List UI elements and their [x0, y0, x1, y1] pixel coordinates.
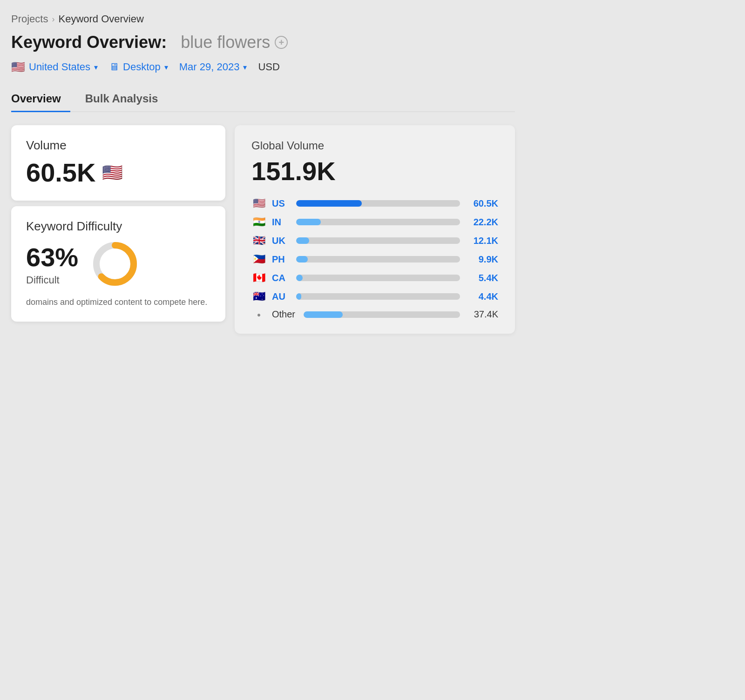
country-chevron: ▾	[94, 63, 98, 72]
global-volume-label: Global Volume	[251, 139, 498, 152]
kd-donut-chart	[89, 238, 141, 289]
breadcrumb-parent[interactable]: Projects	[11, 13, 48, 25]
uk-value: 12.1K	[466, 236, 498, 246]
kd-content: 63% Difficult	[26, 238, 210, 289]
au-bar-container	[296, 293, 460, 300]
main-content: Volume 60.5K 🇺🇸 Keyword Difficulty 63% D…	[11, 125, 515, 334]
in-bar-fill	[296, 219, 321, 225]
country-flag: 🇺🇸	[11, 61, 25, 74]
country-row-us: 🇺🇸 US 60.5K	[251, 197, 498, 209]
device-icon: 🖥	[109, 61, 119, 73]
ph-bar-container	[296, 256, 460, 262]
au-flag: 🇦🇺	[251, 290, 266, 303]
tab-bulk-analysis[interactable]: Bulk Analysis	[85, 88, 168, 112]
other-bar-fill	[304, 311, 343, 318]
other-value: 37.4K	[466, 309, 498, 320]
page-title: Keyword Overview: blue flowers +	[11, 33, 515, 52]
filters-row: 🇺🇸 United States ▾ 🖥 Desktop ▾ Mar 29, 2…	[11, 61, 515, 74]
currency-label: USD	[258, 61, 279, 73]
ph-value: 9.9K	[466, 254, 498, 265]
country-row-uk: 🇬🇧 UK 12.1K	[251, 235, 498, 247]
country-row-ph: 🇵🇭 PH 9.9K	[251, 253, 498, 265]
kd-card: Keyword Difficulty 63% Difficult domains…	[11, 206, 225, 322]
volume-value: 60.5K 🇺🇸	[26, 157, 210, 188]
uk-bar-fill	[296, 237, 309, 244]
us-code: US	[272, 198, 291, 209]
us-flag: 🇺🇸	[251, 197, 266, 209]
in-code: IN	[272, 217, 291, 228]
kd-label: Keyword Difficulty	[26, 219, 210, 234]
device-label: Desktop	[123, 61, 161, 73]
device-filter-button[interactable]: 🖥 Desktop ▾	[109, 61, 168, 73]
kd-left: 63% Difficult	[26, 242, 78, 286]
volume-card: Volume 60.5K 🇺🇸	[11, 125, 225, 201]
au-bar-fill	[296, 293, 301, 300]
country-row-au: 🇦🇺 AU 4.4K	[251, 290, 498, 303]
other-flag: ●	[251, 311, 266, 318]
uk-bar-container	[296, 237, 460, 244]
country-row-other: ● Other 37.4K	[251, 309, 498, 320]
ph-code: PH	[272, 254, 291, 265]
country-rows: 🇺🇸 US 60.5K 🇮🇳 IN 22.2K 🇬🇧 UK	[251, 197, 498, 320]
global-volume-card: Global Volume 151.9K 🇺🇸 US 60.5K 🇮🇳 IN 2…	[235, 125, 515, 334]
title-prefix: Keyword Overview:	[11, 33, 167, 52]
other-code: Other	[272, 309, 298, 320]
keyword-text: blue flowers	[181, 33, 270, 52]
breadcrumb-separator: ›	[52, 14, 54, 24]
left-column: Volume 60.5K 🇺🇸 Keyword Difficulty 63% D…	[11, 125, 225, 322]
kd-value: 63%	[26, 242, 78, 272]
us-value: 60.5K	[466, 198, 498, 209]
breadcrumb: Projects › Keyword Overview	[11, 13, 515, 25]
kd-sublabel: Difficult	[26, 274, 78, 286]
uk-flag: 🇬🇧	[251, 235, 266, 247]
us-bar-container	[296, 200, 460, 207]
ca-bar-container	[296, 275, 460, 281]
ph-flag: 🇵🇭	[251, 253, 266, 265]
ca-value: 5.4K	[466, 273, 498, 283]
in-value: 22.2K	[466, 217, 498, 228]
ca-bar-fill	[296, 275, 303, 281]
device-chevron: ▾	[164, 63, 168, 72]
in-bar-container	[296, 219, 460, 225]
ph-bar-fill	[296, 256, 308, 262]
country-label: United States	[29, 61, 90, 73]
breadcrumb-current: Keyword Overview	[58, 13, 143, 25]
date-filter-button[interactable]: Mar 29, 2023 ▾	[179, 61, 247, 73]
ca-flag: 🇨🇦	[251, 272, 266, 284]
date-label: Mar 29, 2023	[179, 61, 240, 73]
au-code: AU	[272, 291, 291, 302]
country-row-in: 🇮🇳 IN 22.2K	[251, 216, 498, 228]
date-chevron: ▾	[243, 63, 247, 72]
country-filter-button[interactable]: 🇺🇸 United States ▾	[11, 61, 98, 74]
tab-overview[interactable]: Overview	[11, 88, 70, 112]
other-bar-container	[304, 311, 460, 318]
us-bar-fill	[296, 200, 362, 207]
volume-flag: 🇺🇸	[102, 163, 123, 182]
country-row-ca: 🇨🇦 CA 5.4K	[251, 272, 498, 284]
uk-code: UK	[272, 236, 291, 246]
ca-code: CA	[272, 273, 291, 283]
kd-footer-text: domains and optimized content to compete…	[26, 296, 210, 309]
au-value: 4.4K	[466, 291, 498, 302]
in-flag: 🇮🇳	[251, 216, 266, 228]
tabs-row: Overview Bulk Analysis	[11, 87, 515, 112]
volume-label: Volume	[26, 138, 210, 153]
global-volume-value: 151.9K	[251, 156, 498, 186]
add-keyword-icon[interactable]: +	[275, 36, 288, 49]
